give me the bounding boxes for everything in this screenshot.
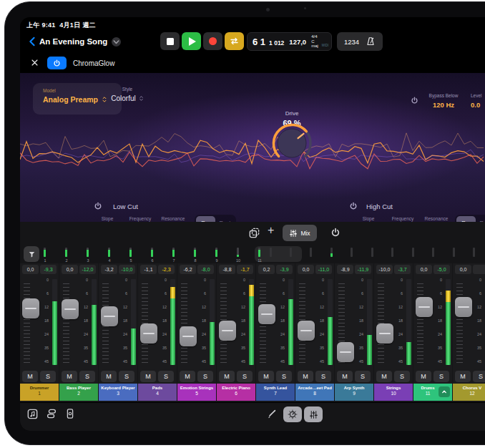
- volume-value[interactable]: -3,7: [394, 265, 411, 274]
- pan-value[interactable]: -3,2: [101, 265, 117, 274]
- style-selector[interactable]: Style Colorful: [99, 87, 156, 102]
- high-cut-power-icon[interactable]: [349, 202, 358, 210]
- mute-button[interactable]: M: [62, 371, 77, 382]
- bypass-power-icon[interactable]: [411, 97, 418, 104]
- fader-handle[interactable]: [376, 323, 393, 344]
- loop-browser-icon[interactable]: [26, 408, 39, 420]
- pan-value[interactable]: 0,0: [455, 265, 471, 274]
- track-tab[interactable]: Synth Lead7: [256, 384, 295, 401]
- mute-button[interactable]: M: [22, 371, 38, 382]
- solo-button[interactable]: S: [40, 371, 56, 382]
- track-tab[interactable]: Drums11: [413, 384, 452, 401]
- fader-handle[interactable]: [219, 321, 236, 341]
- volume-value[interactable]: -11,9: [355, 265, 371, 274]
- fader-handle[interactable]: [180, 326, 197, 346]
- drive-knob[interactable]: [269, 120, 315, 166]
- plugins-icon[interactable]: [46, 408, 57, 419]
- fader-handle[interactable]: [22, 298, 39, 318]
- volume-value[interactable]: -12,0: [79, 265, 96, 274]
- bypass-below-control[interactable]: Bypass Below 120 Hz: [421, 93, 466, 109]
- track-tab[interactable]: Arp Synth9: [335, 384, 373, 401]
- pan-value[interactable]: 0,0: [416, 265, 432, 274]
- fader-handle[interactable]: [337, 342, 354, 362]
- solo-button[interactable]: S: [276, 371, 292, 382]
- mute-button[interactable]: M: [416, 371, 431, 382]
- pencil-tool-icon[interactable]: [266, 409, 277, 419]
- track-tab[interactable]: Drummer1: [20, 384, 59, 401]
- volume-value[interactable]: -11,0: [315, 265, 332, 274]
- mute-button[interactable]: M: [219, 371, 235, 382]
- track-tab[interactable]: Keyboard Player3: [99, 384, 137, 401]
- volume-value[interactable]: -2,3: [158, 265, 175, 274]
- pan-value[interactable]: -8,9: [337, 265, 353, 274]
- pan-value[interactable]: -8,8: [219, 265, 235, 274]
- record-button[interactable]: [203, 32, 222, 50]
- volume-value[interactable]: -9,3: [40, 265, 57, 274]
- track-tab[interactable]: Arcade…eet Pad8: [295, 384, 334, 401]
- solo-button[interactable]: S: [79, 371, 95, 382]
- back-chevron-icon[interactable]: [28, 36, 36, 47]
- count-in-button[interactable]: 1234: [344, 38, 359, 46]
- solo-button[interactable]: S: [119, 371, 134, 382]
- stop-button[interactable]: [160, 32, 180, 50]
- fader-handle[interactable]: [101, 306, 118, 326]
- fader-handle[interactable]: [140, 323, 157, 344]
- track-tab[interactable]: Pads4: [138, 384, 177, 401]
- mute-button[interactable]: M: [337, 371, 353, 382]
- track-tab[interactable]: Electric Piano6: [217, 384, 255, 401]
- track-tab[interactable]: Chorus V12: [453, 384, 485, 401]
- solo-button[interactable]: S: [315, 371, 331, 382]
- solo-button[interactable]: S: [394, 371, 410, 382]
- plugin-power-button[interactable]: [47, 57, 67, 69]
- volume-value[interactable]: -8,0: [197, 265, 214, 274]
- mix-view-button[interactable]: Mix: [283, 225, 317, 241]
- volume-value[interactable]: -10,0: [119, 265, 135, 274]
- mute-button[interactable]: M: [101, 371, 117, 382]
- volume-value[interactable]: -5,0: [433, 265, 450, 274]
- lcd-display[interactable]: 6 1 1 012 127,0 4/4 C maj MIDI: [247, 32, 332, 51]
- controls-view-button[interactable]: [283, 406, 302, 422]
- fader-handle[interactable]: [258, 304, 275, 324]
- volume-value[interactable]: -1,7: [237, 265, 253, 274]
- song-title-menu[interactable]: An Evening Song: [39, 34, 121, 49]
- mute-button[interactable]: M: [455, 371, 471, 382]
- fader-handle[interactable]: [62, 299, 79, 319]
- track-tab[interactable]: Strings10: [374, 384, 413, 401]
- level-control[interactable]: Level 0.0: [471, 93, 485, 109]
- pan-value[interactable]: -6,2: [180, 265, 196, 274]
- fader-handle[interactable]: [416, 297, 433, 317]
- close-icon[interactable]: [31, 59, 39, 67]
- solo-button[interactable]: S: [237, 371, 253, 382]
- volume-value[interactable]: [473, 265, 485, 274]
- device-icon[interactable]: [64, 408, 76, 419]
- solo-button[interactable]: S: [433, 371, 449, 382]
- pan-value[interactable]: 0,2: [258, 265, 275, 274]
- solo-button[interactable]: S: [355, 371, 371, 382]
- add-button[interactable]: +: [268, 224, 274, 237]
- mute-button[interactable]: M: [140, 371, 156, 382]
- low-cut-power-icon[interactable]: [94, 202, 102, 210]
- volume-value[interactable]: -3,9: [276, 265, 293, 274]
- solo-button[interactable]: S: [473, 371, 485, 382]
- play-button[interactable]: [182, 32, 201, 50]
- collapse-stack-button[interactable]: [439, 386, 450, 397]
- mute-button[interactable]: M: [180, 371, 195, 382]
- cycle-button[interactable]: [225, 32, 244, 50]
- mute-button[interactable]: M: [258, 371, 274, 382]
- mute-button[interactable]: M: [376, 371, 392, 382]
- solo-button[interactable]: S: [197, 371, 213, 382]
- pan-value[interactable]: 0,0: [62, 265, 78, 274]
- mute-button[interactable]: M: [298, 371, 313, 382]
- filter-button[interactable]: [24, 246, 39, 262]
- pan-value[interactable]: -10,0: [376, 265, 393, 274]
- solo-button[interactable]: S: [158, 371, 174, 382]
- fader-handle[interactable]: [298, 321, 315, 341]
- pan-value[interactable]: 0,0: [298, 265, 314, 274]
- track-tab[interactable]: Bass Player2: [59, 384, 98, 401]
- track-tab[interactable]: Emotion Strings5: [177, 384, 216, 401]
- power-button[interactable]: [330, 228, 341, 238]
- fader-handle[interactable]: [455, 297, 472, 317]
- metronome-button[interactable]: [366, 36, 376, 47]
- mixer-view-button[interactable]: [304, 406, 323, 422]
- duplicate-icon-button[interactable]: [248, 227, 260, 239]
